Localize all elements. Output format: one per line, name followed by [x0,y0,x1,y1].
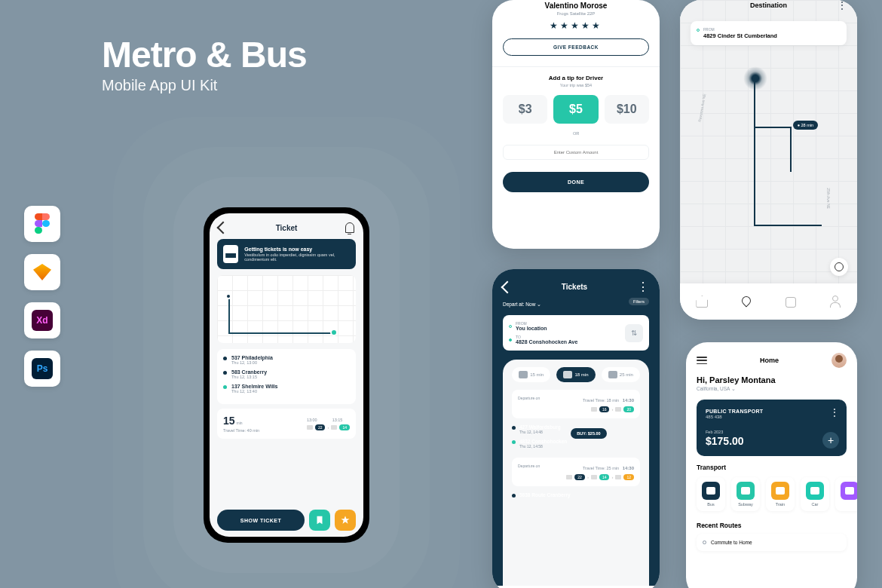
bus-icon [591,407,597,412]
time-summary: 15 min Travel Time: 40 min 13:0013:15 22… [217,409,356,439]
train-icon [771,482,789,500]
from-card[interactable]: FROM4829 Cinder St Cumberland [691,21,847,45]
card-price: $175.00 [706,435,838,447]
other-icon [841,482,857,500]
rating-stars[interactable]: ★★★★★ [503,20,649,31]
mode-option[interactable]: 15 min [512,367,550,382]
figma-icon [24,206,60,242]
page-title: Home [760,357,779,364]
destination-pin-icon [330,329,338,336]
bookmark-button[interactable] [309,510,330,531]
transport-option[interactable]: Bus [697,477,725,511]
transport-pass-card[interactable]: PUBLIC TRANSPORT 485 438 Feb 2023 $175.0… [697,400,847,456]
page-title: Ticket [276,224,298,232]
banner-subtitle: Vestibulum in odio imperdiet, dignissim … [244,253,350,262]
back-icon[interactable] [501,280,514,293]
done-button[interactable]: DONE [503,172,649,192]
walk-icon [608,371,617,378]
stop-item[interactable]: 4832 ConshohockenThu 12, 14:58 BUY: $25.… [512,439,640,449]
tool-icon-list: Xd Ps [24,206,60,387]
greeting: Hi, Parsley Montana [697,375,847,384]
from-value[interactable]: You location [516,326,547,331]
banner-title: Getting tickets is now easy [244,247,350,252]
transport-option[interactable]: Train [766,477,795,511]
show-ticket-button[interactable]: SHOW TICKET [217,510,305,531]
stops-list: 537 PhiladelphiaThu 12, 13:00 583 Cranbe… [217,349,356,404]
back-icon[interactable] [217,222,230,234]
hero-title: Metro & Bus [102,34,307,75]
phone-home: Home Hi, Parsley Montana California, USA… [686,342,857,588]
page-title: Tickets [562,283,587,291]
transport-option[interactable]: Subway [731,477,760,511]
bus-icon [566,475,572,479]
ticket-icon [223,245,238,263]
tip-option[interactable]: $3 [503,95,547,124]
tip-title: Add a tip for Driver [503,75,649,81]
menu-dots-icon[interactable]: ⋮ [838,0,847,11]
tip-subtitle: Your trip was $54 [503,83,649,87]
info-banner: Getting tickets is now easy Vestibulum i… [217,239,356,269]
phone-ticket: Ticket Getting tickets is now easy Vesti… [204,207,369,543]
photoshop-icon: Ps [24,351,60,387]
card-menu-icon[interactable]: ⋮ [830,407,839,418]
sketch-icon [24,254,60,290]
route-chip: 14 [339,424,350,430]
custom-tip-input[interactable] [503,145,649,160]
stop-item[interactable]: 137 Shelmire WillsThu 12, 13:40 [223,384,350,394]
mode-option-selected[interactable]: 18 min [556,367,595,382]
bus-icon [331,425,337,430]
menu-icon[interactable] [697,357,707,364]
mode-option[interactable]: 25 min [602,367,640,382]
tab-map-icon[interactable] [740,296,752,308]
driver-sub: Frogs Satellite 22P [503,11,649,16]
phone-destination: Ravenna Ave NE 25th Ave NE Destination ⋮… [680,0,857,320]
stop-item[interactable]: 537 PhiladelphiaThu 12, 13:00 [223,355,350,365]
swap-icon[interactable] [625,324,643,342]
section-title: Recent Routes [686,522,857,529]
to-value[interactable]: 4828 Conshohocken Ave [516,339,577,345]
tip-option[interactable]: $10 [605,95,649,124]
recent-route-card[interactable]: Commute to Home [697,534,847,551]
bus-icon [519,371,528,378]
stop-item[interactable]: 5838 Route Cranberry [512,492,640,498]
trip-card[interactable]: Departure on10 min Travel Time: 18 min 1… [512,390,640,418]
tip-option-selected[interactable]: $5 [553,95,598,124]
buy-button[interactable]: BUY: $25.00 [571,428,606,439]
filters-button[interactable]: Filters [629,298,649,305]
menu-dots-icon[interactable]: ⋮ [637,280,649,294]
transport-option[interactable]: Car [801,477,829,511]
locate-button[interactable] [830,258,848,276]
tab-home-icon[interactable] [696,296,708,308]
xd-icon: Xd [24,302,60,338]
phone-feedback: Valentino Morose Frogs Satellite 22P ★★★… [492,0,660,249]
page-title: Destination [750,2,787,9]
bus-icon [615,407,621,412]
avatar[interactable] [831,353,847,368]
location-pulse-icon [743,66,767,90]
tab-bar [680,283,857,320]
route-chip: 22 [315,424,326,430]
bus-icon [615,475,621,479]
subway-icon [737,482,755,500]
location-dropdown[interactable]: California, USA ⌄ [697,386,847,392]
bell-icon[interactable] [345,222,354,233]
trip-card[interactable]: Departure on18 min Travel Time: 25 min 1… [512,458,640,486]
tab-profile-icon[interactable] [829,296,841,308]
bus-icon [591,475,597,479]
car-icon [806,482,824,500]
hero-title-block: Metro & Bus Mobile App UI Kit [102,34,307,94]
from-to-card: FROMYou location TO4828 Conshohocken Ave [503,315,649,351]
tab-tickets-icon[interactable] [785,296,797,308]
route-map[interactable] [217,275,356,343]
depart-dropdown[interactable]: Depart at: Now ⌄ [503,302,649,308]
section-title: Transport [686,464,857,471]
favorite-button[interactable] [335,510,356,531]
driver-name: Valentino Morose [503,2,649,10]
stop-item[interactable]: 583 CranberryThu 12, 13:15 [223,369,350,379]
duration-value: 15 [223,415,235,427]
phone-tickets: Tickets ⋮ Depart at: Now ⌄ Filters FROMY… [492,269,660,588]
transport-option[interactable] [835,477,857,511]
bus-icon [307,425,313,430]
add-button[interactable]: + [822,432,839,449]
give-feedback-button[interactable]: GIVE FEEDBACK [503,38,649,56]
